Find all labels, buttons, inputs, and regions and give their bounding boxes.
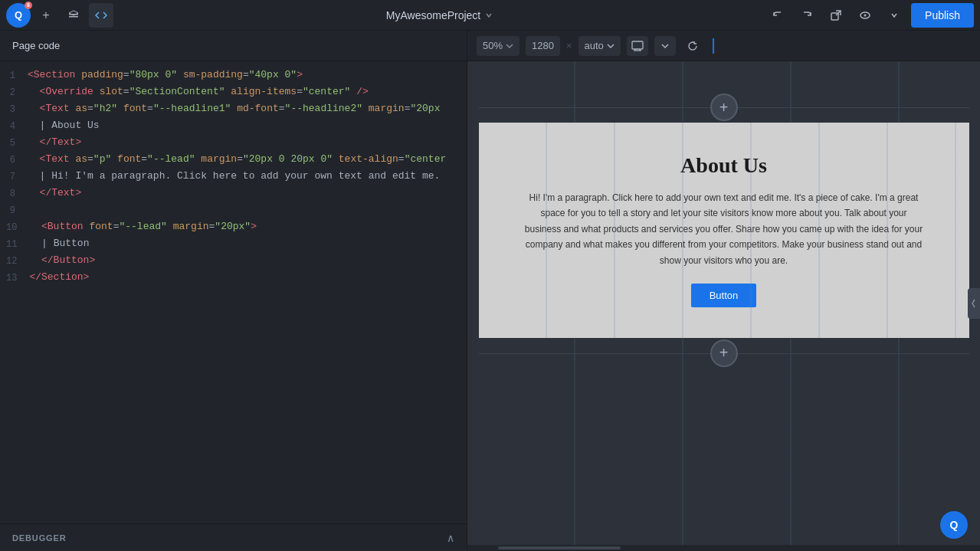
height-value: auto [585, 40, 604, 51]
publish-label: Publish [925, 9, 960, 21]
nav-right-actions: Publish [765, 3, 974, 28]
width-control[interactable]: 1280 [526, 36, 560, 56]
bottom-add-section-button[interactable]: + [710, 339, 738, 367]
project-chevron-icon [485, 11, 493, 19]
zoom-value: 50% [483, 40, 503, 51]
code-line[interactable]: 6 <Text as="p" font="--lead" margin="20p… [0, 152, 467, 169]
height-control[interactable]: auto [578, 36, 621, 56]
preview-panel: 50% 1280 × auto [467, 31, 980, 551]
refresh-icon [687, 41, 698, 51]
help-icon: Q [950, 519, 959, 531]
project-name-button[interactable]: MyAwesomeProject [386, 9, 493, 21]
top-add-section-row: + [479, 92, 969, 123]
side-handle[interactable] [968, 288, 980, 319]
code-icon [95, 9, 107, 21]
main-area: Page code 1<Section padding="80px 0" sm-… [0, 31, 980, 551]
height-chevron-icon [607, 43, 615, 49]
refresh-button[interactable] [682, 36, 703, 56]
chevron-down-icon [890, 11, 898, 19]
debugger-label: DEBUGGER [12, 533, 67, 543]
code-line[interactable]: 2 <Override slot="SectionContent" align-… [0, 84, 467, 101]
preview-cta-button[interactable]: Button [691, 284, 757, 307]
accent-divider [713, 38, 714, 54]
canvas-wrapper: + About Us Hi! I'm a paragraph. Click he… [479, 92, 969, 369]
zoom-control[interactable]: 50% [477, 36, 519, 56]
svg-rect-1 [69, 16, 78, 18]
monitor-icon [631, 41, 644, 51]
navbar: Q 8 + MyAwesomeProject [0, 0, 980, 31]
section-preview[interactable]: About Us Hi! I'm a paragraph. Click here… [479, 123, 969, 338]
code-line[interactable]: 3 <Text as="h2" font="--headline1" md-fo… [0, 101, 467, 118]
code-editor[interactable]: 1<Section padding="80px 0" sm-padding="4… [0, 61, 467, 523]
code-line[interactable]: 10 <Button font="--lead" margin="20px"> [0, 219, 467, 236]
external-link-icon [830, 9, 842, 21]
preview-title: About Us [680, 153, 767, 178]
device-chevron-icon [661, 43, 669, 49]
code-line[interactable]: 8 </Text> [0, 185, 467, 202]
logo-button[interactable]: Q 8 [6, 3, 31, 28]
zoom-chevron-icon [506, 43, 513, 49]
help-button[interactable]: Q [940, 511, 968, 539]
layers-icon [67, 9, 80, 21]
publish-button[interactable]: Publish [911, 3, 974, 28]
code-line[interactable]: 9 [0, 202, 467, 219]
redo-icon [801, 9, 813, 21]
eye-icon [859, 9, 871, 21]
external-link-button[interactable] [824, 3, 848, 28]
device-selector[interactable] [627, 36, 648, 56]
code-panel: Page code 1<Section padding="80px 0" sm-… [0, 31, 467, 551]
add-button[interactable]: + [34, 3, 58, 28]
preview-toolbar: 50% 1280 × auto [467, 31, 980, 61]
code-button[interactable] [89, 3, 113, 28]
bottom-add-section-row: + [479, 338, 969, 369]
undo-button[interactable] [765, 3, 790, 28]
code-line[interactable]: 5 </Text> [0, 135, 467, 152]
debugger-toggle-button[interactable]: ∧ [447, 532, 454, 544]
code-line[interactable]: 1<Section padding="80px 0" sm-padding="4… [0, 67, 467, 84]
undo-icon [772, 9, 784, 21]
project-name-text: MyAwesomeProject [386, 9, 480, 21]
redo-button[interactable] [795, 3, 819, 28]
svg-rect-7 [632, 41, 643, 49]
debugger-panel: DEBUGGER ∧ [0, 523, 467, 551]
scroll-thumb [498, 546, 621, 549]
canvas-area: + About Us Hi! I'm a paragraph. Click he… [467, 61, 980, 545]
notification-badge: 8 [25, 2, 32, 9]
logo-text: Q [15, 9, 22, 21]
preview-body-text: Hi! I'm a paragraph. Click here to add y… [525, 190, 923, 268]
code-line[interactable]: 12 </Button> [0, 253, 467, 270]
code-line[interactable]: 13</Section> [0, 270, 467, 287]
bottom-scrollbar[interactable] [467, 545, 980, 551]
svg-point-6 [864, 14, 867, 16]
preview-button[interactable] [853, 3, 877, 28]
more-options-button[interactable] [882, 3, 906, 28]
code-line[interactable]: 7 | Hi! I'm a paragraph. Click here to a… [0, 169, 467, 185]
code-line[interactable]: 11 | Button [0, 236, 467, 253]
code-line[interactable]: 4 | About Us [0, 118, 467, 135]
device-chevron-button[interactable] [654, 36, 676, 56]
side-handle-icon [972, 298, 976, 309]
layers-button[interactable] [61, 3, 86, 28]
code-panel-header: Page code [0, 31, 467, 61]
code-panel-title: Page code [12, 40, 60, 51]
top-add-section-button[interactable]: + [710, 93, 738, 121]
width-value: 1280 [532, 40, 554, 51]
